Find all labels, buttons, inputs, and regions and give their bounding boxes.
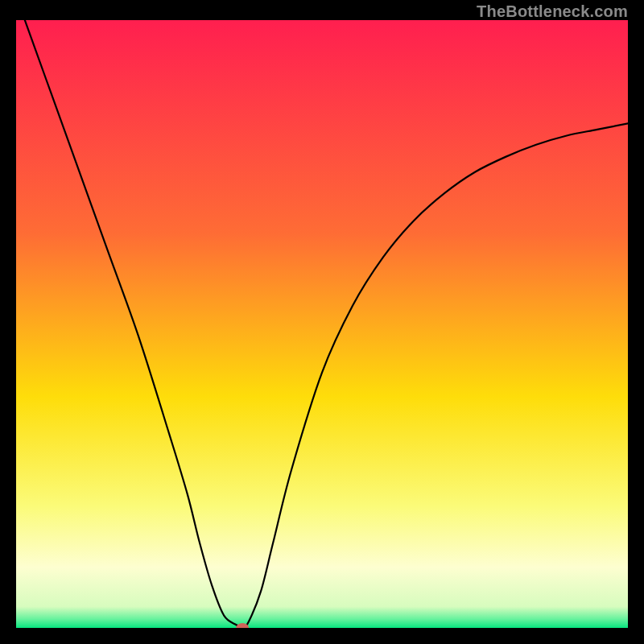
plot-frame [16, 20, 628, 628]
chart-outer-frame: TheBottleneck.com [0, 0, 644, 644]
watermark-label: TheBottleneck.com [477, 2, 628, 21]
chart-svg [16, 20, 628, 628]
gradient-background [16, 20, 628, 628]
